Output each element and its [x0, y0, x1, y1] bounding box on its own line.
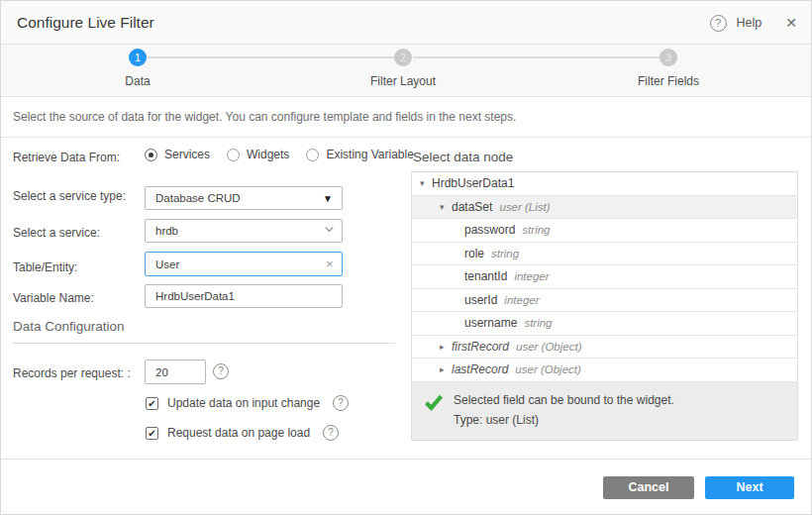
tree-node-type: integer — [504, 294, 539, 306]
tree-node-label: password — [464, 223, 515, 237]
radio-existing-variable-button[interactable] — [306, 149, 319, 161]
update-data-help-icon[interactable]: ? — [333, 395, 349, 411]
tree-node-label: tenantId — [464, 269, 507, 283]
tree-node-type: user (Object) — [516, 341, 581, 353]
step-3-circle[interactable]: 3 — [660, 49, 677, 66]
service-select[interactable]: hrdb — [145, 219, 343, 243]
tree-row-password[interactable]: password string — [412, 219, 797, 243]
request-data-checkbox-label: Request data on page load — [167, 426, 310, 440]
binding-status-text: Selected field can be bound to the widge… — [454, 390, 674, 430]
update-data-checkbox[interactable]: ✔ — [146, 397, 158, 410]
tree-row-dataset[interactable]: ▾ dataSet user (List) — [412, 196, 797, 220]
close-icon[interactable]: ✕ — [785, 15, 797, 31]
tree-node-label: userId — [464, 293, 497, 307]
tree-row-firstrecord[interactable]: ▸ firstRecord user (Object) — [412, 336, 797, 360]
records-help-icon[interactable]: ? — [213, 363, 229, 379]
binding-status-line1: Selected field can be bound to the widge… — [454, 390, 674, 410]
update-data-checkbox-row: ✔ Update data on input change ? — [146, 395, 349, 411]
radio-widgets-button[interactable] — [227, 149, 240, 161]
help-link[interactable]: Help — [737, 16, 762, 30]
chevron-down-icon — [324, 224, 335, 237]
tree-row-lastrecord[interactable]: ▸ lastRecord user (Object) — [412, 359, 797, 382]
request-data-help-icon[interactable]: ? — [323, 425, 339, 441]
tree-node-label: HrdbUserData1 — [432, 176, 514, 190]
service-type-value: Database CRUD — [155, 192, 241, 204]
footer-divider — [1, 459, 811, 460]
caret-down-icon[interactable]: ▾ — [440, 202, 452, 212]
radio-existing-variable-label: Existing Variable — [326, 148, 414, 161]
stepper-connector-1 — [148, 56, 394, 58]
binding-status-message: Selected field can be bound to the widge… — [412, 382, 797, 440]
tree-row-username[interactable]: username string — [412, 312, 797, 336]
dialog-title: Configure Live Filter — [17, 14, 154, 32]
caret-down-icon[interactable]: ▾ — [420, 178, 432, 188]
help-icon[interactable]: ? — [710, 15, 727, 32]
variable-name-label: Variable Name: — [13, 291, 94, 305]
radio-existing-variable[interactable]: Existing Variable — [306, 148, 414, 161]
tree-row-userid[interactable]: userId integer — [412, 289, 797, 313]
step-3-label: Filter Fields — [609, 74, 728, 88]
tree-row-hrdbuserdata1[interactable]: ▾ HrdbUserData1 — [412, 172, 797, 196]
step-1-circle[interactable]: 1 — [129, 49, 147, 66]
service-type-select[interactable]: Database CRUD ▼ — [145, 186, 343, 210]
step-description: Select the source of data for the widget… — [1, 97, 811, 138]
data-configuration-divider — [13, 343, 395, 344]
radio-widgets-label: Widgets — [247, 148, 289, 161]
dropdown-arrow-icon: ▼ — [323, 193, 333, 204]
select-data-node-heading: Select data node — [413, 150, 513, 164]
success-check-icon — [424, 392, 444, 412]
data-node-tree: ▾ HrdbUserData1 ▾ dataSet user (List) pa… — [411, 171, 798, 441]
cancel-button[interactable]: Cancel — [603, 476, 694, 499]
tree-node-label: username — [464, 316, 517, 330]
step-1-label: Data — [78, 74, 197, 88]
service-value: hrdb — [155, 225, 178, 237]
tree-row-role[interactable]: role string — [412, 243, 797, 266]
tree-node-type: string — [522, 224, 550, 236]
step-2-circle[interactable]: 2 — [394, 49, 412, 66]
tree-node-type: user (List) — [499, 201, 550, 213]
request-data-checkbox-row: ✔ Request data on page load ? — [146, 425, 339, 441]
radio-widgets[interactable]: Widgets — [227, 148, 289, 161]
caret-right-icon[interactable]: ▸ — [440, 364, 452, 374]
tree-node-type: string — [491, 248, 519, 259]
tree-node-label: firstRecord — [452, 340, 509, 354]
tree-node-type: string — [524, 317, 552, 329]
tree-node-label: role — [464, 247, 484, 260]
radio-services[interactable]: Services — [145, 148, 210, 161]
retrieve-data-from-label: Retrieve Data From: — [13, 151, 120, 164]
table-entity-label: Table/Entity: — [13, 260, 77, 274]
table-entity-input[interactable] — [145, 252, 343, 276]
service-label: Select a service: — [13, 226, 100, 240]
next-button[interactable]: Next — [705, 476, 794, 499]
radio-services-label: Services — [164, 148, 210, 161]
wizard-stepper: 1 2 3 Data Filter Layout Filter Fields — [1, 45, 811, 97]
binding-status-line2: Type: user (List) — [454, 410, 674, 430]
radio-services-button[interactable] — [145, 149, 157, 161]
tree-node-type: integer — [514, 270, 549, 282]
caret-right-icon[interactable]: ▸ — [440, 342, 452, 352]
configure-live-filter-dialog: Configure Live Filter ? Help ✕ 1 2 3 Dat… — [0, 0, 812, 515]
records-per-request-label: Records per request: : — [13, 366, 131, 380]
tree-node-label: dataSet — [452, 200, 492, 214]
tree-node-label: lastRecord — [452, 362, 508, 376]
retrieve-source-radio-group: Services Widgets Existing Variable — [145, 148, 414, 161]
update-data-checkbox-label: Update data on input change — [167, 396, 320, 410]
service-type-label: Select a service type: — [13, 189, 126, 203]
stepper-connector-2 — [413, 56, 660, 58]
request-data-checkbox[interactable]: ✔ — [146, 427, 158, 440]
tree-row-tenantid[interactable]: tenantId integer — [412, 265, 797, 289]
dialog-header: Configure Live Filter ? Help ✕ — [1, 1, 811, 45]
header-actions: ? Help ✕ — [710, 1, 797, 45]
tree-node-type: user (Object) — [515, 363, 580, 375]
clear-input-icon[interactable]: × — [326, 257, 334, 271]
records-per-request-input[interactable] — [145, 360, 206, 384]
step-2-label: Filter Layout — [344, 74, 462, 88]
variable-name-input[interactable] — [145, 284, 343, 308]
data-configuration-heading: Data Configuration — [13, 319, 125, 334]
